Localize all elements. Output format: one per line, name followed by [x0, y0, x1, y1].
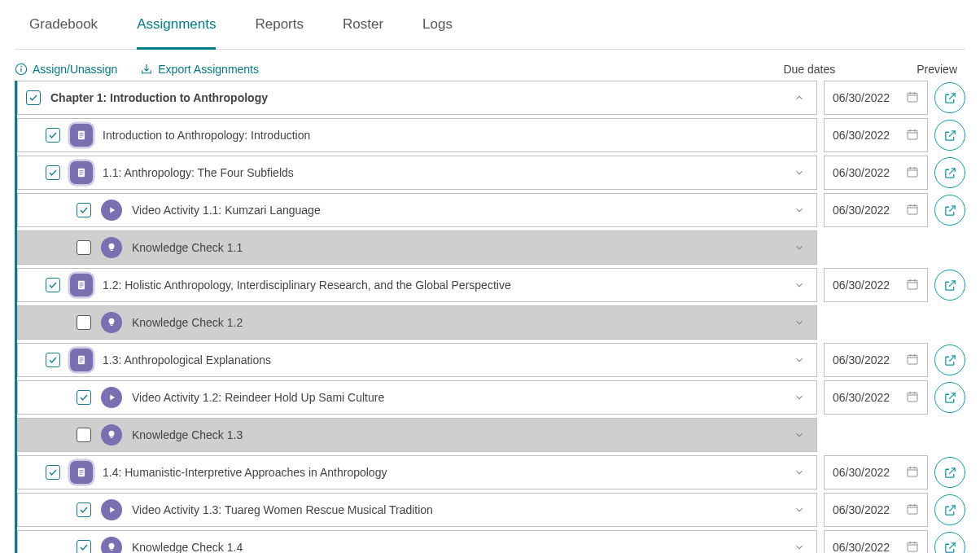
- chevron-down-icon[interactable]: [790, 426, 808, 444]
- row-main: Knowledge Check 1.3: [17, 418, 817, 452]
- due-date-input[interactable]: 06/30/2022: [824, 380, 928, 415]
- due-date-value: 06/30/2022: [833, 204, 899, 217]
- due-date-input[interactable]: 06/30/2022: [824, 268, 928, 302]
- chevron-down-icon[interactable]: [790, 276, 808, 294]
- svg-rect-19: [908, 168, 917, 177]
- row-title: Knowledge Check 1.4: [132, 541, 781, 553]
- row-title: Video Activity 1.1: Kumzari Language: [132, 204, 781, 217]
- row-checkbox[interactable]: [77, 428, 91, 442]
- row-main: Video Activity 1.1: Kumzari Language: [17, 193, 817, 227]
- assignment-row: Introduction to Anthropology: Introducti…: [17, 118, 965, 152]
- assignment-row: 1.4: Humanistic-Interpretive Approaches …: [17, 455, 965, 489]
- row-checkbox[interactable]: [46, 353, 60, 367]
- svg-rect-56: [908, 467, 917, 476]
- due-date-input[interactable]: 06/30/2022: [824, 530, 928, 553]
- play-icon: [101, 499, 122, 520]
- assignment-row: 1.1: Anthropology: The Four Subfields06/…: [17, 156, 965, 190]
- calendar-icon: [906, 90, 919, 106]
- due-date-value: 06/30/2022: [833, 91, 899, 104]
- row-checkbox[interactable]: [77, 540, 91, 553]
- calendar-icon: [906, 353, 919, 368]
- chevron-down-icon[interactable]: [790, 463, 808, 481]
- preview-button[interactable]: [934, 82, 965, 113]
- calendar-icon: [906, 128, 919, 143]
- tab-logs[interactable]: Logs: [422, 16, 453, 49]
- row-checkbox[interactable]: [46, 165, 60, 180]
- preview-button[interactable]: [934, 532, 965, 553]
- svg-rect-28: [111, 250, 113, 251]
- row-checkbox[interactable]: [77, 315, 91, 330]
- row-checkbox[interactable]: [77, 240, 91, 255]
- assignment-row: Video Activity 1.2: Reindeer Hold Up Sam…: [17, 380, 965, 415]
- calendar-icon: [906, 165, 919, 181]
- play-icon: [101, 200, 122, 221]
- chevron-up-icon[interactable]: [790, 89, 808, 107]
- play-icon: [101, 387, 122, 408]
- tab-gradebook[interactable]: Gradebook: [29, 16, 98, 49]
- due-date-input[interactable]: 06/30/2022: [824, 193, 928, 227]
- calendar-icon: [906, 465, 919, 481]
- preview-button[interactable]: [934, 270, 965, 301]
- preview-button[interactable]: [934, 494, 965, 525]
- preview-button[interactable]: [934, 120, 965, 151]
- svg-rect-3: [908, 93, 917, 102]
- due-dates-header: Due dates: [783, 63, 835, 76]
- svg-marker-46: [110, 395, 115, 401]
- svg-rect-65: [111, 550, 113, 551]
- due-date-input[interactable]: 06/30/2022: [824, 81, 928, 115]
- info-icon: [15, 63, 28, 76]
- assignment-row: Video Activity 1.3: Tuareg Women Rescue …: [17, 493, 965, 527]
- chevron-down-icon[interactable]: [790, 538, 808, 553]
- chevron-down-icon[interactable]: [790, 351, 808, 369]
- row-checkbox[interactable]: [77, 203, 91, 217]
- preview-button[interactable]: [934, 345, 965, 375]
- row-checkbox[interactable]: [77, 503, 91, 517]
- calendar-icon: [906, 503, 919, 518]
- row-title: Video Activity 1.3: Tuareg Women Rescue …: [132, 503, 781, 516]
- svg-rect-42: [908, 355, 917, 364]
- tab-assignments[interactable]: Assignments: [137, 16, 216, 50]
- export-assignments-link[interactable]: Export Assignments: [140, 63, 259, 76]
- download-icon: [140, 63, 153, 76]
- due-date-value: 06/30/2022: [833, 129, 899, 142]
- chevron-down-icon[interactable]: [790, 501, 808, 519]
- svg-rect-24: [908, 205, 917, 214]
- due-date-input[interactable]: 06/30/2022: [824, 156, 928, 190]
- due-date-input[interactable]: 06/30/2022: [824, 343, 928, 377]
- preview-button[interactable]: [934, 382, 965, 413]
- calendar-icon: [906, 390, 919, 406]
- row-checkbox[interactable]: [26, 90, 41, 105]
- chevron-down-icon[interactable]: [790, 388, 808, 406]
- due-date-input[interactable]: 06/30/2022: [824, 493, 928, 527]
- preview-header: Preview: [917, 63, 957, 76]
- assign-unassign-link[interactable]: Assign/Unassign: [15, 63, 117, 76]
- row-checkbox[interactable]: [46, 465, 60, 480]
- row-main: Knowledge Check 1.4: [17, 530, 817, 553]
- svg-rect-66: [908, 542, 917, 551]
- row-checkbox[interactable]: [46, 128, 60, 143]
- chevron-down-icon[interactable]: [790, 201, 808, 219]
- row-checkbox[interactable]: [77, 390, 91, 405]
- chevron-down-icon[interactable]: [790, 164, 808, 182]
- chevron-down-icon[interactable]: [790, 314, 808, 331]
- row-title: 1.4: Humanistic-Interpretive Approaches …: [103, 466, 781, 479]
- due-date-value: 06/30/2022: [833, 353, 899, 366]
- row-checkbox[interactable]: [46, 278, 60, 292]
- preview-button[interactable]: [934, 157, 965, 188]
- tab-roster[interactable]: Roster: [343, 16, 383, 49]
- tab-reports[interactable]: Reports: [255, 16, 304, 49]
- due-date-input[interactable]: 06/30/2022: [824, 455, 928, 489]
- due-date-value: 06/30/2022: [833, 166, 899, 179]
- preview-button[interactable]: [934, 195, 965, 226]
- row-main: Video Activity 1.3: Tuareg Women Rescue …: [17, 493, 817, 527]
- preview-button[interactable]: [934, 457, 965, 488]
- due-date-value: 06/30/2022: [833, 279, 899, 292]
- svg-marker-60: [110, 507, 115, 513]
- due-date-input[interactable]: 06/30/2022: [824, 118, 928, 152]
- export-assignments-label: Export Assignments: [158, 63, 259, 76]
- chevron-down-icon[interactable]: [790, 239, 808, 257]
- svg-rect-37: [111, 325, 113, 326]
- document-icon: [70, 349, 93, 371]
- lightbulb-icon: [101, 424, 122, 445]
- due-date-value: 06/30/2022: [833, 503, 899, 516]
